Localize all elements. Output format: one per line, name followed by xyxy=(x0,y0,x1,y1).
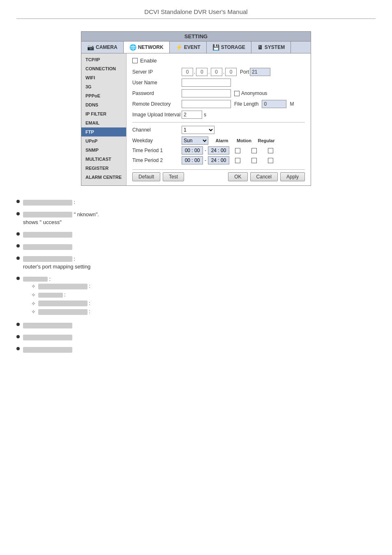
enable-label: Enable xyxy=(140,58,157,64)
file-length-label: File Length xyxy=(234,101,258,107)
sidebar-nav: TCP/IP CONNECTION WIFI 3G PPPoE DDNS IP … xyxy=(81,53,127,185)
nav-alarm-centre[interactable]: ALARM CENTRE xyxy=(81,173,126,182)
header-divider xyxy=(16,18,376,19)
nav-register[interactable]: REGISTER xyxy=(81,164,126,173)
bullet-dot-1 xyxy=(16,200,20,203)
anonymous-checkbox[interactable] xyxy=(234,91,240,96)
bullet-item-9 xyxy=(16,345,376,354)
bullet-text-1: : xyxy=(23,198,75,206)
server-ip-label: Server IP xyxy=(132,69,182,75)
weekday-label: Weekday xyxy=(132,138,182,143)
username-input[interactable] xyxy=(182,79,231,87)
bullet-item-8 xyxy=(16,333,376,342)
network-icon: 🌐 xyxy=(129,44,136,51)
nav-connection[interactable]: CONNECTION xyxy=(81,64,126,73)
anonymous-row: Anonymous xyxy=(234,90,267,96)
password-input[interactable] xyxy=(182,89,231,97)
tab-network[interactable]: 🌐 NETWORK xyxy=(124,42,170,53)
port-input[interactable] xyxy=(250,68,270,76)
diamond-3: ✧ : xyxy=(31,300,90,307)
apply-button[interactable]: Apply xyxy=(280,172,305,181)
tab-storage-label: STORAGE xyxy=(221,44,245,50)
remote-dir-input[interactable] xyxy=(182,100,231,108)
time-period2-start[interactable] xyxy=(182,156,203,164)
time-period2-row: Time Period 2 - xyxy=(132,156,305,164)
nav-ddns[interactable]: DDNS xyxy=(81,100,126,109)
bullet-dot-2 xyxy=(16,212,20,215)
server-ip-row: Server IP . . . Port xyxy=(132,68,305,76)
alarm-header: Alarm xyxy=(212,138,232,143)
channel-select[interactable]: 1 2 3 4 xyxy=(182,126,214,134)
bullet-dot-9 xyxy=(16,347,20,350)
ip-seg4[interactable] xyxy=(225,68,237,76)
bullet-text-2: " nknown". shows " uccess" xyxy=(23,210,99,227)
ip-seg2[interactable] xyxy=(196,68,208,76)
tab-event[interactable]: ⚡ EVENT xyxy=(170,42,207,53)
nav-3g[interactable]: 3G xyxy=(81,82,126,91)
bullet-text-6: : ✧ : ✧ : ✧ : ✧ : xyxy=(23,275,90,317)
weekday-row: Weekday Sun Mon Tue Alarm Motion Regular xyxy=(132,136,305,145)
page-title: DCVI Standalone DVR User's Manual xyxy=(16,8,376,15)
bullet-text-7 xyxy=(23,321,72,329)
nav-upnp[interactable]: UPnP xyxy=(81,136,126,146)
default-button[interactable]: Default xyxy=(132,172,160,181)
cancel-button[interactable]: Cancel xyxy=(250,172,278,181)
time1-motion-checkbox[interactable] xyxy=(251,148,257,153)
time1-alarm-checkbox[interactable] xyxy=(235,148,240,153)
file-length-input[interactable] xyxy=(262,100,286,108)
bullet-text-9 xyxy=(23,345,72,354)
tab-storage[interactable]: 💾 STORAGE xyxy=(207,42,251,53)
upload-interval-unit: s xyxy=(204,112,206,118)
nav-snmp[interactable]: SNMP xyxy=(81,146,126,155)
storage-icon: 💾 xyxy=(212,44,219,51)
time-period1-label: Time Period 1 xyxy=(132,148,182,153)
time-period1-start[interactable] xyxy=(182,146,203,155)
bullet-item-4 xyxy=(16,243,376,251)
time-period1-end[interactable] xyxy=(208,146,229,155)
buttons-row: Default Test OK Cancel Apply xyxy=(132,169,305,181)
bullet-dot-6 xyxy=(16,277,20,280)
bullet-dot-8 xyxy=(16,335,20,338)
nav-tcpip[interactable]: TCP/IP xyxy=(81,55,126,64)
tab-event-label: EVENT xyxy=(184,44,201,50)
upload-interval-label: Image Upload Interval xyxy=(132,112,182,118)
anonymous-label: Anonymous xyxy=(241,90,267,96)
weekday-select[interactable]: Sun Mon Tue xyxy=(182,136,208,145)
bullet-item-1: : xyxy=(16,198,376,206)
nav-wifi[interactable]: WIFI xyxy=(81,73,126,82)
enable-row: Enable xyxy=(132,58,305,64)
test-button[interactable]: Test xyxy=(163,172,184,181)
tab-network-label: NETWORK xyxy=(138,44,164,50)
diamond-4: ✧ : xyxy=(31,308,90,315)
tab-camera[interactable]: 📷 CAMERA xyxy=(81,42,124,53)
ip-input-group: . . . Port xyxy=(182,68,270,76)
nav-email[interactable]: EMAIL xyxy=(81,118,126,127)
diamond-1: ✧ : xyxy=(31,283,90,290)
time2-regular-checkbox[interactable] xyxy=(268,158,273,163)
ip-seg1[interactable] xyxy=(182,68,193,76)
ftp-main-content: Enable Server IP . . . Port xyxy=(127,53,311,185)
time1-regular-checkbox[interactable] xyxy=(268,148,273,153)
dialog-title-bar: SETTING xyxy=(81,32,311,42)
camera-icon: 📷 xyxy=(87,44,94,51)
enable-checkbox[interactable] xyxy=(132,58,138,63)
ip-seg3[interactable] xyxy=(211,68,222,76)
bullet-text-5: : router's port mapping setting xyxy=(23,255,90,271)
content-section: : " nknown". shows " uccess" : router's … xyxy=(16,198,376,354)
time-period2-label: Time Period 2 xyxy=(132,157,182,163)
nav-multicast[interactable]: MULTICAST xyxy=(81,155,126,164)
password-label: Password xyxy=(132,90,182,96)
nav-ipfilter[interactable]: IP FILTER xyxy=(81,109,126,118)
upload-interval-input[interactable] xyxy=(182,111,202,119)
setting-body: TCP/IP CONNECTION WIFI 3G PPPoE DDNS IP … xyxy=(81,53,311,185)
time2-motion-checkbox[interactable] xyxy=(251,158,257,163)
nav-pppoe[interactable]: PPPoE xyxy=(81,91,126,100)
time2-alarm-checkbox[interactable] xyxy=(235,158,240,163)
password-row: Password Anonymous xyxy=(132,89,305,97)
time-period2-end[interactable] xyxy=(208,156,229,164)
tab-system[interactable]: 🖥 SYSTEM xyxy=(251,42,291,53)
ok-button[interactable]: OK xyxy=(228,172,247,181)
nav-ftp[interactable]: FTP xyxy=(81,127,126,136)
bullet-dot-5 xyxy=(16,257,20,260)
remote-dir-row: Remote Directory File Length M xyxy=(132,100,305,108)
